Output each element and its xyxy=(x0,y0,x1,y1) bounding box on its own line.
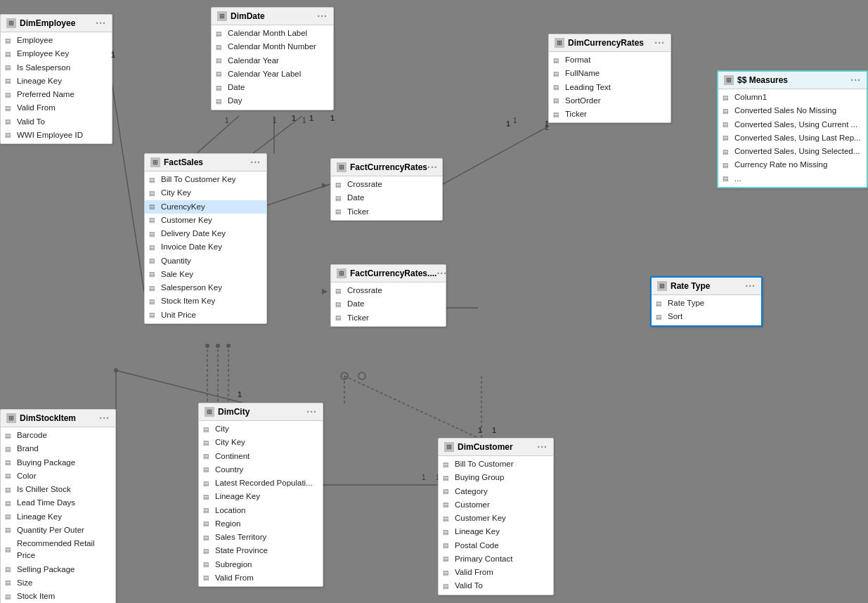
table-menu-dimemployee[interactable]: ··· xyxy=(96,18,106,29)
table-menu-factsales[interactable]: ··· xyxy=(250,157,261,168)
field-icon: ▤ xyxy=(216,84,224,92)
table-header-dimemployee: ⊞ DimEmployee ··· xyxy=(1,15,112,32)
list-item: ▤Category xyxy=(439,485,553,498)
table-icon-dimcurrencyrates: ⊞ xyxy=(555,38,564,48)
field-icon: ▤ xyxy=(216,56,224,65)
table-menu-ssmeasures[interactable]: ··· xyxy=(850,74,861,86)
field-icon: ▤ xyxy=(149,230,157,238)
list-item: ▤Valid From xyxy=(439,566,553,579)
cardinality-label: 1 xyxy=(545,119,549,128)
list-item: ▤Invoice Date Key xyxy=(145,240,266,254)
table-factcurrencyrates[interactable]: ⊞ FactCurrencyRates ··· ▤Crossrate ▤Date… xyxy=(330,158,443,221)
table-ratetype[interactable]: ⊞ Rate Type ··· ▤Rate Type ▤Sort xyxy=(650,276,763,327)
list-item: ▤Lead Time Days xyxy=(1,496,115,510)
field-icon: ▤ xyxy=(723,120,731,129)
table-menu-dimcustomer[interactable]: ··· xyxy=(537,441,548,453)
svg-point-31 xyxy=(341,372,348,380)
svg-line-0 xyxy=(109,63,144,292)
field-icon: ▤ xyxy=(5,77,13,85)
cardinality-label: 1 xyxy=(292,114,296,122)
field-icon: ▤ xyxy=(203,479,212,488)
field-icon: ▤ xyxy=(553,83,562,91)
svg-point-32 xyxy=(358,372,365,380)
list-item: ▤Customer Key xyxy=(439,512,553,525)
table-menu-factcurrencyrates[interactable]: ··· xyxy=(427,162,438,173)
table-icon-dimcustomer: ⊞ xyxy=(444,442,454,452)
table-dimcustomer[interactable]: ⊞ DimCustomer ··· ▤Bill To Customer ▤Buy… xyxy=(438,438,554,595)
table-dimcurrencyrates[interactable]: ⊞ DimCurrencyRates ··· ▤Format ▤FullName… xyxy=(548,34,671,123)
table-title-factcurrencyrates: FactCurrencyRates xyxy=(350,162,427,172)
table-dimstockitem[interactable]: ⊞ DimStockItem ··· ▤Barcode ▤Brand ▤Buyi… xyxy=(0,409,116,603)
list-item: ▤Valid From xyxy=(1,101,112,115)
list-item: ▤Is Salesperson xyxy=(1,61,112,74)
field-icon: ▤ xyxy=(203,560,212,569)
field-icon: ▤ xyxy=(335,181,344,189)
list-item: ▤Country xyxy=(199,463,323,476)
table-factsales[interactable]: ⊞ FactSales ··· ▤Bill To Customer Key ▤C… xyxy=(144,153,267,324)
field-icon: ▤ xyxy=(5,63,13,72)
field-icon: ▤ xyxy=(723,107,731,115)
field-icon: ▤ xyxy=(216,43,224,51)
list-item: ▤Ticker xyxy=(331,311,446,325)
list-item: ▤Employee xyxy=(1,34,112,47)
table-dimdate[interactable]: ⊞ DimDate ··· ▤Calendar Month Label ▤Cal… xyxy=(211,7,334,110)
table-header-ssmeasures: ⊞ $$ Measures ··· xyxy=(718,72,867,89)
field-icon: ▤ xyxy=(149,257,157,265)
field-icon: ▤ xyxy=(149,202,157,211)
list-item: ▤Quantity Per Outer xyxy=(1,524,115,537)
field-icon: ▤ xyxy=(335,194,344,202)
list-item: ▤Calendar Month Number xyxy=(212,40,333,53)
list-item: ▤Selling Package xyxy=(1,563,115,576)
field-icon: ▤ xyxy=(149,270,157,278)
table-menu-dimcurrencyrates[interactable]: ··· xyxy=(654,37,665,48)
cardinality-label: 1 xyxy=(111,51,115,59)
list-item: ▤Delivery Date Key xyxy=(145,227,266,240)
list-item: ▤Color xyxy=(1,469,115,483)
list-item: ▤Barcode xyxy=(1,429,115,442)
field-icon: ▤ xyxy=(723,134,731,142)
field-icon: ▤ xyxy=(443,500,451,509)
field-icon: ▤ xyxy=(5,578,13,587)
list-item: ▤Leading Text xyxy=(549,81,671,94)
field-icon: ▤ xyxy=(723,148,731,156)
list-item: ▤Date xyxy=(331,297,446,311)
list-item: ▤Crossrate xyxy=(331,284,446,297)
svg-point-28 xyxy=(216,344,220,348)
svg-text:1: 1 xyxy=(422,474,426,481)
list-item: ▤Lineage Key xyxy=(1,74,112,88)
table-ssmeasures[interactable]: ⊞ $$ Measures ··· ▤Column1 ▤Converted Sa… xyxy=(717,70,868,188)
field-icon: ▤ xyxy=(443,555,451,563)
table-menu-factcurrencyrates2[interactable]: ··· xyxy=(436,268,447,279)
field-icon: ▤ xyxy=(203,519,212,528)
field-icon: ▤ xyxy=(5,592,13,601)
field-icon: ▤ xyxy=(149,176,157,184)
field-icon: ▤ xyxy=(203,465,212,474)
list-item: ▤Customer Key xyxy=(145,214,266,227)
table-header-dimdate: ⊞ DimDate ··· xyxy=(212,8,333,25)
table-dimemployee[interactable]: ⊞ DimEmployee ··· ▤Employee ▤Employee Ke… xyxy=(0,14,112,144)
table-header-dimcurrencyrates: ⊞ DimCurrencyRates ··· xyxy=(549,34,671,52)
table-factcurrencyrates2[interactable]: ⊞ FactCurrencyRates.... ··· ▤Crossrate ▤… xyxy=(330,264,446,327)
list-item: ▤Day xyxy=(212,94,333,108)
list-item: ▤Buying Package xyxy=(1,456,115,469)
field-icon: ▤ xyxy=(723,93,731,102)
field-icon: ▤ xyxy=(5,545,13,554)
table-menu-dimcity[interactable]: ··· xyxy=(306,406,317,417)
list-item: ▤Lineage Key xyxy=(439,525,553,538)
list-item: ▤Brand xyxy=(1,442,115,455)
svg-text:1: 1 xyxy=(513,117,517,124)
field-icon: ▤ xyxy=(5,104,13,112)
svg-line-2 xyxy=(197,116,239,153)
list-item: ▤WWI Employee ID xyxy=(1,129,112,142)
list-item: ▤Ticker xyxy=(549,108,671,121)
list-item: ▤Stock Item xyxy=(1,590,115,603)
table-dimcity[interactable]: ⊞ DimCity ··· ▤City ▤City Key ▤Continent… xyxy=(198,403,323,587)
table-icon-dimstockitem: ⊞ xyxy=(6,413,16,423)
field-icon: ▤ xyxy=(335,300,344,309)
field-icon: ▤ xyxy=(443,487,451,495)
list-item: ▤Lineage Key xyxy=(199,490,323,503)
table-menu-ratetype[interactable]: ··· xyxy=(745,280,756,292)
table-menu-dimdate[interactable]: ··· xyxy=(317,11,328,22)
table-menu-dimstockitem[interactable]: ··· xyxy=(99,413,110,424)
field-icon: ▤ xyxy=(723,174,731,183)
